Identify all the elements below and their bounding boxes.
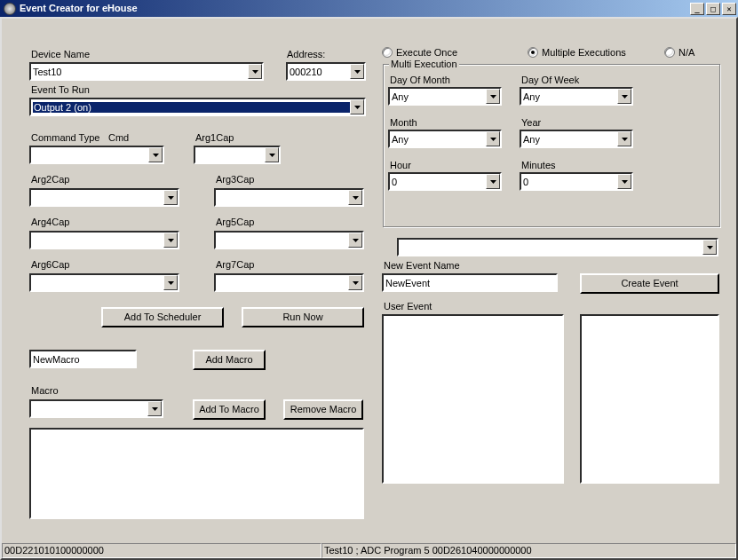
- event-to-run-combo[interactable]: Output 2 (on): [29, 98, 366, 116]
- arg2-combo[interactable]: [29, 188, 179, 207]
- chevron-down-icon[interactable]: [163, 233, 178, 248]
- address-value: 000210: [290, 67, 350, 77]
- create-event-button[interactable]: Create Event: [580, 273, 719, 294]
- new-event-name-value: NewEvent: [385, 278, 430, 288]
- titlebar: Event Creator for eHouse _ □ ✕: [0, 0, 738, 17]
- arg5-label: Arg5Cap: [216, 217, 254, 227]
- chevron-down-icon[interactable]: [617, 89, 631, 104]
- chevron-down-icon[interactable]: [147, 401, 162, 416]
- minutes-combo[interactable]: 0: [520, 172, 633, 191]
- chevron-down-icon[interactable]: [350, 64, 364, 79]
- day-of-week-label: Day Of Week: [521, 75, 579, 85]
- window-title: Event Creator for eHouse: [20, 0, 138, 17]
- arg3-combo[interactable]: [214, 188, 364, 207]
- maximize-button[interactable]: □: [706, 3, 720, 15]
- chevron-down-icon[interactable]: [617, 174, 631, 189]
- address-combo[interactable]: 000210: [286, 62, 366, 81]
- na-label: N/A: [678, 47, 694, 58]
- arg5-combo[interactable]: [214, 231, 364, 249]
- year-combo[interactable]: Any: [520, 130, 633, 148]
- chevron-down-icon[interactable]: [163, 190, 178, 205]
- device-name-value: Test10: [33, 67, 248, 77]
- chevron-down-icon[interactable]: [348, 275, 362, 290]
- chevron-down-icon[interactable]: [348, 190, 362, 205]
- close-button[interactable]: ✕: [722, 3, 736, 15]
- chevron-down-icon[interactable]: [486, 131, 500, 146]
- macro-listbox[interactable]: [29, 428, 364, 519]
- month-value: Any: [392, 134, 486, 145]
- chevron-down-icon[interactable]: [265, 147, 279, 162]
- hour-combo[interactable]: 0: [388, 172, 502, 191]
- na-radio[interactable]: N/A: [664, 47, 694, 58]
- month-combo[interactable]: Any: [388, 130, 502, 148]
- user-event-listbox-1[interactable]: [382, 314, 564, 484]
- chevron-down-icon[interactable]: [163, 275, 178, 290]
- device-name-label: Device Name: [31, 49, 90, 59]
- chevron-down-icon[interactable]: [486, 174, 500, 189]
- chevron-down-icon[interactable]: [350, 99, 364, 114]
- day-of-month-combo[interactable]: Any: [388, 87, 502, 106]
- user-event-label: User Event: [384, 301, 432, 312]
- execute-once-radio[interactable]: Execute Once: [382, 47, 457, 58]
- arg4-label: Arg4Cap: [31, 217, 69, 227]
- arg4-combo[interactable]: [29, 231, 179, 249]
- macro-label: Macro: [31, 385, 59, 396]
- hour-label: Hour: [390, 160, 411, 170]
- arg2-label: Arg2Cap: [31, 174, 69, 185]
- minutes-label: Minutes: [521, 160, 556, 170]
- add-to-macro-button[interactable]: Add To Macro: [193, 399, 266, 420]
- day-of-week-combo[interactable]: Any: [520, 87, 633, 106]
- execute-once-label: Execute Once: [396, 47, 457, 58]
- chevron-down-icon[interactable]: [617, 131, 631, 146]
- arg1-label: Arg1Cap: [195, 132, 234, 143]
- new-event-name-input[interactable]: NewEvent: [382, 273, 558, 292]
- status-bar: 00D221010100000000 Test10 ; ADC Program …: [2, 543, 736, 558]
- chevron-down-icon[interactable]: [248, 64, 262, 79]
- arg1-combo[interactable]: [194, 146, 281, 164]
- command-type-combo[interactable]: [29, 146, 164, 164]
- event-to-run-value: Output 2 (on): [33, 102, 350, 113]
- address-label: Address:: [287, 49, 325, 59]
- status-cell-1: 00D221010100000000: [2, 543, 321, 558]
- event-to-run-label: Event To Run: [31, 84, 90, 95]
- year-label: Year: [521, 117, 541, 128]
- new-event-name-label: New Event Name: [384, 260, 460, 271]
- device-name-combo[interactable]: Test10: [29, 62, 264, 81]
- minimize-button[interactable]: _: [690, 3, 704, 15]
- radio-icon: [382, 47, 393, 58]
- month-label: Month: [390, 117, 417, 128]
- multiple-executions-radio[interactable]: Multiple Executions: [528, 47, 626, 58]
- cmd-label: Cmd: [108, 132, 129, 143]
- multiple-executions-label: Multiple Executions: [542, 47, 626, 58]
- chevron-down-icon[interactable]: [486, 89, 500, 104]
- user-event-listbox-2[interactable]: [580, 314, 719, 484]
- day-of-month-label: Day Of Month: [390, 75, 450, 85]
- command-type-label: Command Type: [31, 132, 99, 143]
- newmacro-value: NewMacro: [33, 354, 80, 365]
- multi-execution-group-title: Multi Execution: [389, 59, 459, 69]
- add-macro-button[interactable]: Add Macro: [193, 350, 266, 370]
- add-to-scheduler-button[interactable]: Add To Scheduler: [101, 307, 224, 327]
- chevron-down-icon[interactable]: [148, 147, 163, 162]
- arg6-combo[interactable]: [29, 273, 179, 292]
- hour-value: 0: [392, 177, 486, 187]
- run-now-button[interactable]: Run Now: [242, 307, 364, 327]
- app-icon: [4, 3, 16, 15]
- radio-icon: [528, 47, 538, 58]
- chevron-down-icon[interactable]: [702, 240, 717, 255]
- chevron-down-icon[interactable]: [348, 233, 362, 248]
- minutes-value: 0: [523, 177, 617, 187]
- extra-combo[interactable]: [397, 238, 718, 256]
- multi-execution-group: Multi Execution Day Of Month Any Day Of …: [383, 64, 720, 227]
- arg6-label: Arg6Cap: [31, 259, 69, 270]
- day-of-month-value: Any: [392, 91, 486, 102]
- macro-combo[interactable]: [29, 399, 163, 418]
- remove-macro-button[interactable]: Remove Macro: [283, 399, 363, 420]
- day-of-week-value: Any: [523, 91, 617, 102]
- arg3-label: Arg3Cap: [216, 174, 254, 185]
- radio-icon: [664, 47, 675, 58]
- status-cell-2: Test10 ; ADC Program 5 00D26104000000000…: [321, 543, 736, 558]
- arg7-combo[interactable]: [214, 273, 364, 292]
- newmacro-input[interactable]: NewMacro: [29, 350, 137, 368]
- arg7-label: Arg7Cap: [216, 259, 254, 270]
